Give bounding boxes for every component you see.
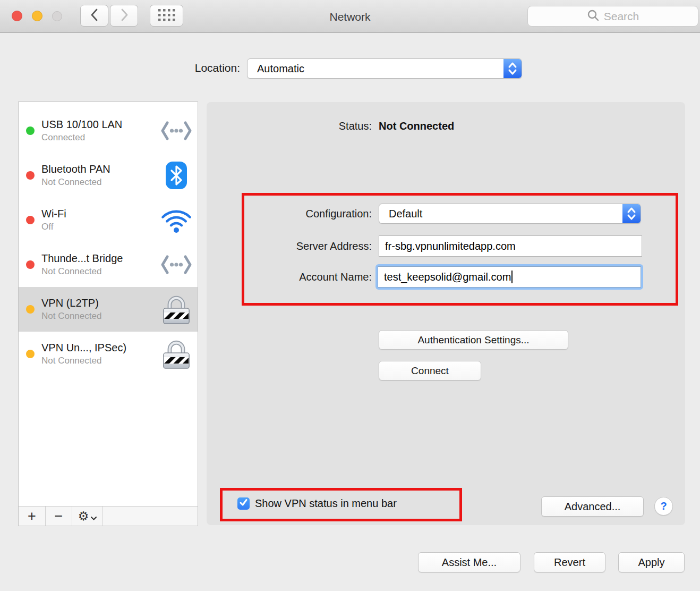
interface-list-sidebar: USB 10/100 LAN Connected Bluetooth PAN N… [18,102,198,526]
checkmark-icon [239,499,248,509]
interface-status: Not Connected [41,177,159,188]
location-label: Location: [149,62,240,74]
interface-status: Connected [41,132,159,143]
sidebar-item-bluetooth-pan[interactable]: Bluetooth PAN Not Connected [19,153,198,198]
sidebar-item-usb-lan[interactable]: USB 10/100 LAN Connected [19,108,198,153]
interface-name: USB 10/100 LAN [41,119,159,131]
location-popup[interactable]: Automatic [247,58,522,79]
gear-icon: ⚙ [78,509,89,524]
ethernet-icon [159,255,193,274]
status-dot-red [26,260,35,269]
account-name-value: test_keepsolid@gmail.com [384,271,511,283]
interface-status: Off [41,222,159,232]
add-interface-button[interactable]: + [19,506,46,526]
focus-ring: test_keepsolid@gmail.com [375,264,643,290]
server-address-label: Server Address: [207,240,372,252]
sidebar-item-vpn-ipsec[interactable]: VPN Un..., IPSec) Not Connected [19,332,198,376]
assist-me-button[interactable]: Assist Me... [418,552,520,572]
status-label: Status: [207,120,372,132]
interface-status: Not Connected [41,266,159,277]
text-cursor [511,271,513,283]
show-vpn-status-checkbox[interactable] [237,497,250,510]
server-address-value: fr-sbg.vpnunlimitedapp.com [385,240,516,252]
sidebar-item-vpn-l2tp-selected[interactable]: VPN (L2TP) Not Connected [19,287,198,332]
popup-stepper-icon [503,59,522,78]
bluetooth-icon [159,162,193,189]
account-name-label: Account Name: [207,271,372,283]
server-address-input[interactable]: fr-sbg.vpnunlimitedapp.com [379,235,642,257]
status-dot-yellow [26,350,35,358]
sidebar-item-thunderbolt-bridge[interactable]: Thunde...t Bridge Not Connected [19,242,198,287]
interface-status: Not Connected [41,356,159,366]
search-placeholder: Search [604,10,639,23]
status-dot-red [26,171,35,180]
window-toolbar: Network Search [0,0,700,33]
interface-detail-panel: Status: Not Connected Configuration: Def… [207,102,685,525]
configuration-popup[interactable]: Default [379,204,641,224]
status-dot-green [26,126,35,135]
interface-name: Thunde...t Bridge [41,252,159,265]
apply-button[interactable]: Apply [618,552,685,572]
location-popup-value: Automatic [247,63,503,75]
search-icon [587,9,600,24]
interface-name: Wi-Fi [41,208,159,220]
interface-actions-menu-button[interactable]: ⚙ [72,506,103,526]
status-dot-yellow [26,305,35,314]
configuration-popup-value: Default [379,208,622,220]
popup-stepper-icon [622,204,641,223]
authentication-settings-button[interactable]: Authentication Settings... [379,330,568,350]
interface-name: VPN (L2TP) [41,297,159,309]
interface-status: Not Connected [41,311,159,322]
ethernet-icon [159,121,193,140]
help-button[interactable]: ? [654,497,673,516]
show-vpn-status-label: Show VPN status in menu bar [255,497,397,510]
revert-button[interactable]: Revert [534,552,605,572]
vpn-lock-icon [159,293,193,326]
sidebar-action-bar: + − ⚙ [19,506,198,526]
account-name-input[interactable]: test_keepsolid@gmail.com [378,266,641,288]
remove-interface-button[interactable]: − [46,506,72,526]
chevron-down-icon [91,509,97,524]
advanced-button[interactable]: Advanced... [541,496,644,517]
vpn-lock-icon [159,337,193,370]
interface-name: VPN Un..., IPSec) [41,342,159,354]
status-value: Not Connected [379,120,454,132]
connect-button[interactable]: Connect [379,361,481,381]
interface-list: USB 10/100 LAN Connected Bluetooth PAN N… [19,102,198,506]
status-dot-red [26,216,35,224]
sidebar-item-wifi[interactable]: Wi-Fi Off [19,198,198,242]
configuration-label: Configuration: [207,208,372,220]
wifi-icon [159,207,193,233]
interface-name: Bluetooth PAN [41,163,159,175]
search-input[interactable]: Search [527,6,698,27]
